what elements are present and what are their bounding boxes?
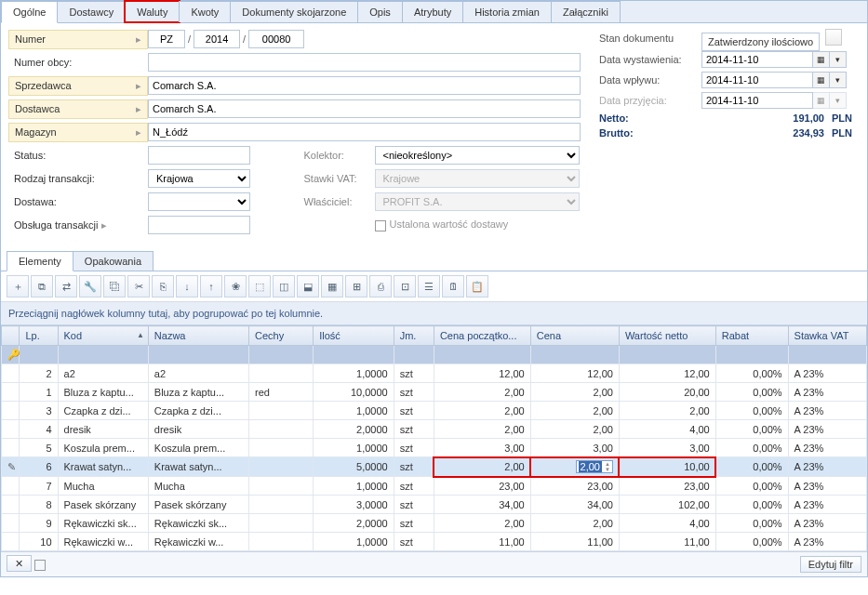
cell[interactable]: szt xyxy=(394,402,434,420)
cell[interactable]: 11,00 xyxy=(619,533,715,551)
group-hint[interactable]: Przeciągnij nagłówek kolumny tutaj, aby … xyxy=(1,302,867,325)
cell[interactable]: 1,0000 xyxy=(314,402,394,420)
cell[interactable] xyxy=(248,402,313,420)
cell[interactable]: Bluza z kaptu... xyxy=(148,383,248,402)
toolbar-button-13[interactable]: ▦ xyxy=(321,275,343,298)
cell[interactable]: 5,0000 xyxy=(314,457,394,477)
toolbar-button-10[interactable]: ⬚ xyxy=(248,275,271,298)
close-filter-button[interactable]: ✕ xyxy=(7,555,32,572)
tab-dokumenty-skojarzone[interactable]: Dokumenty skojarzone xyxy=(230,1,358,22)
cell[interactable]: 3,00 xyxy=(530,439,619,457)
cell[interactable]: 1 xyxy=(20,383,58,402)
sub-tab-opakowania[interactable]: Opakowania xyxy=(73,251,154,271)
cell[interactable]: 0,00% xyxy=(715,496,788,514)
sub-tab-elementy[interactable]: Elementy xyxy=(7,251,73,271)
cell[interactable]: Rękawiczki w... xyxy=(58,533,148,551)
toolbar-button-2[interactable]: ⇄ xyxy=(55,275,77,298)
toolbar-button-5[interactable]: ✂ xyxy=(127,275,150,298)
cell[interactable]: 12,00 xyxy=(434,364,530,383)
cell[interactable] xyxy=(2,533,20,551)
cell[interactable]: 20,00 xyxy=(619,383,715,402)
cell[interactable]: A 23% xyxy=(788,457,866,477)
cell[interactable]: 2,00 xyxy=(434,514,530,533)
cell[interactable] xyxy=(248,496,313,514)
cell[interactable]: 0,00% xyxy=(715,402,788,420)
dropdown-icon[interactable]: ▾ xyxy=(830,72,847,88)
data-wyst-input[interactable] xyxy=(701,51,813,68)
dostawca-input[interactable] xyxy=(148,99,581,118)
cell[interactable]: Koszula prem... xyxy=(148,439,248,457)
cell[interactable]: A 23% xyxy=(788,420,866,439)
cell[interactable]: 2,0000 xyxy=(314,420,394,439)
cell[interactable] xyxy=(2,364,20,383)
table-row[interactable]: 2a2a21,0000szt12,0012,0012,000,00%A 23% xyxy=(2,364,867,383)
cell[interactable]: Bluza z kaptu... xyxy=(58,383,148,402)
dostawa-select[interactable] xyxy=(148,192,250,211)
cell[interactable]: 0,00% xyxy=(715,364,788,383)
table-row[interactable]: 1Bluza z kaptu...Bluza z kaptu...red10,0… xyxy=(2,383,867,402)
column-header[interactable]: Cena początko... xyxy=(434,326,530,346)
cell[interactable]: Krawat satyn... xyxy=(58,457,148,477)
magazyn-input[interactable] xyxy=(148,123,581,141)
cell[interactable]: 34,00 xyxy=(530,496,619,514)
column-header[interactable] xyxy=(2,326,20,346)
cell[interactable]: A 23% xyxy=(788,439,866,457)
cell[interactable]: A 23% xyxy=(788,533,866,551)
cell[interactable]: 12,00 xyxy=(619,364,715,383)
cell[interactable]: szt xyxy=(394,496,434,514)
cell[interactable]: a2 xyxy=(58,364,148,383)
toolbar-button-3[interactable]: 🔧 xyxy=(79,275,101,298)
table-row[interactable]: 7MuchaMucha1,0000szt23,0023,0023,000,00%… xyxy=(2,477,867,496)
tab-dostawcy[interactable]: Dostawcy xyxy=(57,1,126,22)
cell[interactable]: A 23% xyxy=(788,477,866,496)
column-header[interactable]: Cechy xyxy=(248,326,313,346)
cell[interactable]: 10,0000 xyxy=(314,383,394,402)
table-row[interactable]: ✎6Krawat satyn...Krawat satyn...5,0000sz… xyxy=(2,457,867,477)
sprzedawca-input[interactable] xyxy=(148,76,581,95)
tab-kwoty[interactable]: Kwoty xyxy=(179,1,231,22)
toolbar-button-1[interactable]: ⧉ xyxy=(31,275,53,298)
cell[interactable] xyxy=(248,420,313,439)
cell[interactable]: szt xyxy=(394,420,434,439)
cell[interactable]: Krawat satyn... xyxy=(148,457,248,477)
cell[interactable] xyxy=(2,383,20,402)
column-header[interactable]: Kod▲ xyxy=(58,326,148,346)
cell[interactable]: 4 xyxy=(20,420,58,439)
numer-seq-input[interactable] xyxy=(248,30,304,48)
cell[interactable]: 8 xyxy=(20,496,58,514)
cell[interactable]: 1,0000 xyxy=(314,439,394,457)
cell[interactable] xyxy=(2,514,20,533)
cell[interactable] xyxy=(2,496,20,514)
cell[interactable]: 0,00% xyxy=(715,533,788,551)
book-icon[interactable] xyxy=(825,29,842,46)
cell[interactable]: Czapka z dzi... xyxy=(148,402,248,420)
toolbar-button-9[interactable]: ❀ xyxy=(224,275,247,298)
column-header[interactable]: Rabat xyxy=(715,326,788,346)
obsluga-input[interactable] xyxy=(148,216,250,234)
cell[interactable]: A 23% xyxy=(788,402,866,420)
cell[interactable]: szt xyxy=(394,457,434,477)
cell[interactable]: 2,00 xyxy=(530,402,619,420)
toolbar-button-16[interactable]: ⊡ xyxy=(394,275,416,298)
cell[interactable]: Czapka z dzi... xyxy=(58,402,148,420)
toolbar-button-7[interactable]: ↓ xyxy=(176,275,198,298)
table-row[interactable]: 4dresikdresik2,0000szt2,002,004,000,00%A… xyxy=(2,420,867,439)
cell[interactable]: A 23% xyxy=(788,496,866,514)
rodzaj-select[interactable]: Krajowa xyxy=(148,169,250,188)
cell[interactable]: 6 xyxy=(20,457,58,477)
spin-down-icon[interactable]: ▼ xyxy=(605,467,610,472)
cell[interactable]: 9 xyxy=(20,514,58,533)
cell[interactable]: 34,00 xyxy=(434,496,530,514)
cell[interactable]: 3 xyxy=(20,402,58,420)
cell[interactable]: Rękawiczki sk... xyxy=(148,514,248,533)
cell[interactable]: szt xyxy=(394,439,434,457)
cell[interactable] xyxy=(248,439,313,457)
cell[interactable]: 11,00 xyxy=(530,533,619,551)
cell[interactable]: 2,00 xyxy=(434,402,530,420)
filter-checkbox[interactable] xyxy=(34,560,46,571)
toolbar-button-8[interactable]: ↑ xyxy=(200,275,222,298)
toolbar-button-14[interactable]: ⊞ xyxy=(345,275,367,298)
cell[interactable]: szt xyxy=(394,533,434,551)
cell[interactable]: Pasek skórzany xyxy=(58,496,148,514)
cell[interactable]: A 23% xyxy=(788,364,866,383)
